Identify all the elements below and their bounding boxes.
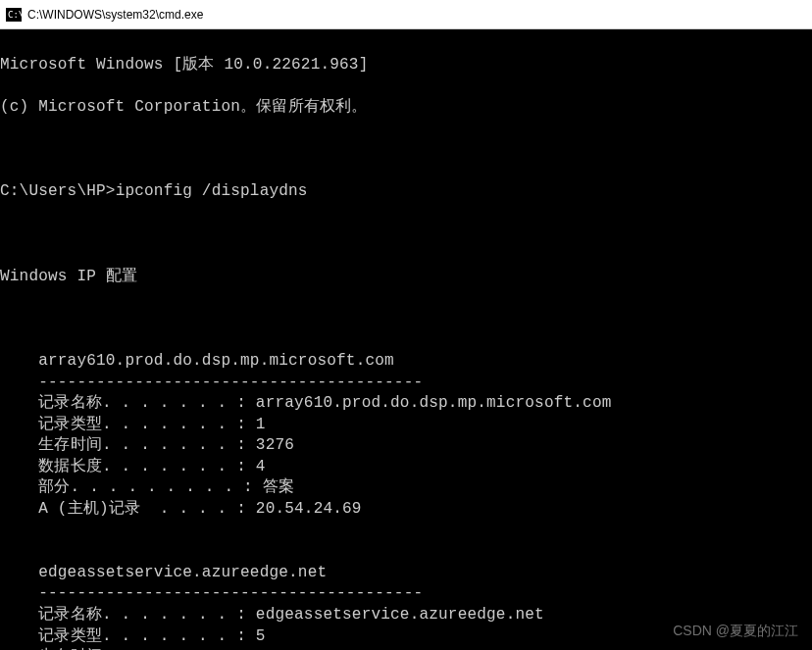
dns-entry-separator: ----------------------------------------: [0, 583, 812, 605]
dns-record-row: 记录类型. . . . . . . : 5: [0, 626, 812, 648]
blank-line: [0, 139, 812, 161]
header-line1: Microsoft Windows [版本 10.0.22621.963]: [0, 55, 812, 76]
dns-record-row: 生存时间. . . . . . . : 3276: [0, 435, 812, 457]
terminal-output[interactable]: Microsoft Windows [版本 10.0.22621.963] (c…: [0, 29, 812, 650]
dns-record-row: 部分. . . . . . . . . : 答案: [0, 477, 812, 499]
dns-entry-hostname: array610.prod.do.dsp.mp.microsoft.com: [0, 351, 812, 373]
blank-line: [0, 541, 812, 563]
dns-record-row: 数据长度. . . . . . . : 4: [0, 457, 812, 478]
dns-record-row: A (主机)记录 . . . . : 20.54.24.69: [0, 499, 812, 521]
dns-record-row: 记录名称. . . . . . . : edgeassetservice.azu…: [0, 605, 812, 626]
dns-entry-hostname: edgeassetservice.azureedge.net: [0, 563, 812, 584]
blank-line: [0, 521, 812, 542]
window-title: C:\WINDOWS\system32\cmd.exe: [27, 8, 203, 22]
prompt-line: C:\Users\HP>ipconfig /displaydns: [0, 181, 812, 203]
header-line2: (c) Microsoft Corporation。保留所有权利。: [0, 97, 812, 119]
svg-text:C:\: C:\: [8, 10, 22, 20]
window-titlebar[interactable]: C:\ C:\WINDOWS\system32\cmd.exe: [0, 0, 812, 29]
cmd-icon: C:\: [6, 7, 22, 23]
section-title: Windows IP 配置: [0, 267, 812, 288]
dns-record-row: 记录类型. . . . . . . : 1: [0, 415, 812, 436]
dns-entry-separator: ----------------------------------------: [0, 373, 812, 394]
blank-line: [0, 309, 812, 330]
blank-line: [0, 224, 812, 245]
dns-record-row: 记录名称. . . . . . . : array610.prod.do.dsp…: [0, 393, 812, 415]
